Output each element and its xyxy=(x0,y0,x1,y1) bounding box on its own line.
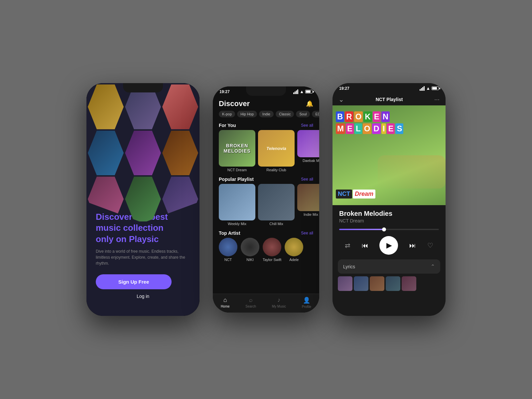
lyrics-bar[interactable]: Lyrics ⌃ xyxy=(338,259,440,274)
hex-1 xyxy=(88,84,124,129)
track-artist: NCT Dream xyxy=(339,218,439,223)
hex-art-grid xyxy=(86,83,200,223)
chip-classic[interactable]: Classic xyxy=(276,111,294,117)
top-artist-label: Top Artist xyxy=(219,230,240,236)
artist-nct[interactable]: NCT xyxy=(219,238,237,262)
album-art-large: B R O K E N M E L O D xyxy=(332,105,446,205)
player-wifi-icon: ▲ xyxy=(426,86,430,91)
playlist-card-chill[interactable] xyxy=(258,184,295,220)
progress-bar-fill xyxy=(339,229,384,230)
album-reality[interactable]: Telenovia Reality Club xyxy=(258,130,295,172)
album-label-daebak: Daebak M xyxy=(297,159,319,163)
player-controls: ⇄ ⏮ ▶ ⏭ ♡ xyxy=(332,233,446,257)
favorite-button[interactable]: ♡ xyxy=(427,241,433,249)
for-you-see-all[interactable]: See all xyxy=(301,123,313,128)
playlist-label-chill: Chill Mix xyxy=(258,222,295,226)
letter-d: D xyxy=(372,123,380,134)
chip-indie[interactable]: Indie xyxy=(259,111,274,117)
popular-playlist-header: Popular Playlist See all xyxy=(213,175,319,184)
album-daebak[interactable]: Daebak M xyxy=(297,130,319,172)
nav-mymusic-label: My Music xyxy=(272,305,286,308)
notification-icon[interactable]: 🔔 xyxy=(306,100,313,107)
broken-letters: B R O K E N xyxy=(336,111,442,122)
nav-mymusic[interactable]: ♪ My Music xyxy=(272,297,286,309)
discover-header: Discover 🔔 xyxy=(213,95,319,111)
mini-album-5 xyxy=(402,276,416,291)
for-you-header: For You See all xyxy=(213,121,319,130)
discover-title: Discover xyxy=(219,99,250,108)
playlist-name: NCT Playlist xyxy=(344,97,434,102)
chevron-down-icon[interactable]: ⌄ xyxy=(338,95,344,103)
album-card-daebak[interactable] xyxy=(297,130,319,157)
nav-home-label: Home xyxy=(221,305,230,308)
artist-name-adele: Adele xyxy=(289,258,299,262)
brand-name: Playsic xyxy=(129,234,159,244)
letter-i: I xyxy=(381,123,386,134)
nct-dream-label-art: NCT Dream xyxy=(336,190,442,199)
chip-edm[interactable]: EDM xyxy=(312,111,319,117)
letter-e: E xyxy=(373,111,381,122)
artist-row: NCT NIKI Taylor Swift Adele xyxy=(213,238,319,264)
player-battery-icon xyxy=(432,86,439,90)
mini-album-2 xyxy=(354,276,368,291)
album-art-reality: Telenovia xyxy=(258,130,295,167)
next-button[interactable]: ⏭ xyxy=(409,242,416,249)
playlist-see-all[interactable]: See all xyxy=(301,177,313,182)
letter-n: N xyxy=(381,111,390,122)
progress-bar-wrap[interactable] xyxy=(332,225,446,233)
play-button[interactable]: ▶ xyxy=(379,236,398,255)
playlist-card-weekly[interactable] xyxy=(219,184,255,220)
progress-bar-bg[interactable] xyxy=(339,229,439,230)
battery-icon xyxy=(305,90,313,93)
mini-album-4 xyxy=(386,276,400,291)
artist-see-all[interactable]: See all xyxy=(301,231,313,235)
nav-profile[interactable]: 👤 Profile xyxy=(302,297,311,309)
playlist-card-indie[interactable] xyxy=(297,184,319,211)
notch-3 xyxy=(369,83,409,92)
login-button[interactable]: Log in xyxy=(137,294,149,299)
playlist-indie[interactable]: Indie Mix xyxy=(297,184,319,226)
art-decoration xyxy=(378,155,446,189)
hex-8 xyxy=(125,177,161,221)
player-status-time: 19:27 xyxy=(339,86,349,91)
notch-2 xyxy=(246,86,286,96)
album-card-reality[interactable]: Telenovia xyxy=(258,130,295,167)
chip-kpop[interactable]: K-pop xyxy=(219,111,235,117)
album-nct[interactable]: BROKENMELODIES NCT Dream xyxy=(219,130,255,172)
mini-album-strip xyxy=(332,274,446,291)
top-artist-header: Top Artist See all xyxy=(213,228,319,238)
broken-melodies-art: B R O K E N M E L O D xyxy=(332,105,446,205)
genre-chips: K-pop Hip Hop Indie Classic Soul EDM xyxy=(213,111,319,121)
playlist-weekly[interactable]: Weekly Mix xyxy=(219,184,255,226)
prev-button[interactable]: ⏮ xyxy=(362,242,368,249)
discover-screen: 19:27 ▲ Discover 🔔 xyxy=(213,86,319,313)
letter-m: M xyxy=(336,123,345,134)
playlist-label-weekly: Weekly Mix xyxy=(219,222,255,226)
phone-discover: 19:27 ▲ Discover 🔔 xyxy=(213,86,319,313)
hex-5 xyxy=(125,131,161,176)
onboarding-subtitle: Dive into a world of free music. Endless… xyxy=(96,248,190,266)
artist-niki[interactable]: NIKI xyxy=(241,238,259,262)
letter-e3: E xyxy=(387,123,395,134)
artist-adele[interactable]: Adele xyxy=(285,238,303,262)
player-status-icons: ▲ xyxy=(420,86,439,91)
search-icon: ⌕ xyxy=(249,297,253,304)
signup-button[interactable]: Sign Up Free xyxy=(96,274,172,289)
nav-home[interactable]: ⌂ Home xyxy=(221,297,230,309)
artist-taylor[interactable]: Taylor Swift xyxy=(263,238,281,262)
letter-o2: O xyxy=(363,123,372,134)
album-card-nct[interactable]: BROKENMELODIES xyxy=(219,130,255,167)
artist-avatar-niki xyxy=(241,238,259,256)
shuffle-button[interactable]: ⇄ xyxy=(345,241,350,249)
phone-onboarding: Discover the best music collection only … xyxy=(86,83,200,316)
chip-soul[interactable]: Soul xyxy=(296,111,310,117)
chip-hiphop[interactable]: Hip Hop xyxy=(237,111,257,117)
status-icons: ▲ xyxy=(293,89,313,94)
progress-dot xyxy=(382,227,386,231)
nct-block: NCT xyxy=(336,190,352,199)
playlist-chill[interactable]: Chill Mix xyxy=(258,184,295,226)
letter-k: K xyxy=(363,111,372,122)
more-options-icon[interactable]: ⋯ xyxy=(434,96,440,103)
hex-6 xyxy=(162,131,198,176)
nav-search[interactable]: ⌕ Search xyxy=(245,297,256,309)
